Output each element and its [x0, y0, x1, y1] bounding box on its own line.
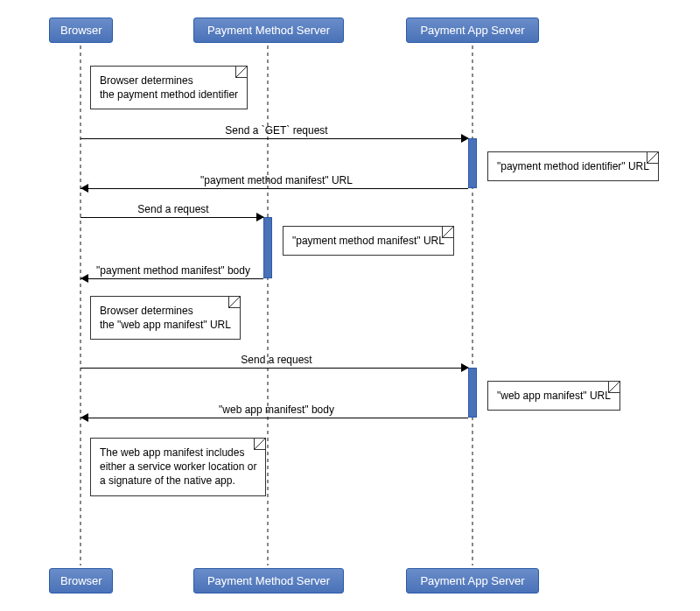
activation-pms-1 — [263, 217, 272, 278]
lifeline-pas — [472, 46, 473, 565]
arrow-icon — [80, 184, 88, 193]
arrow-icon — [461, 134, 469, 143]
participant-pas-top: Payment App Server — [406, 18, 539, 43]
sequence-diagram: Browser Payment Method Server Payment Ap… — [0, 0, 700, 611]
label: Payment App Server — [420, 574, 524, 587]
participant-browser-top: Browser — [49, 18, 113, 43]
note-webapp-url: "web app manifest" URL — [487, 381, 620, 411]
note-text: "payment method manifest" URL — [292, 235, 444, 247]
message-manifest-url: "payment method manifest" URL — [200, 174, 353, 186]
message-send-request-1: Send a request — [137, 203, 208, 215]
arrow-icon — [80, 274, 88, 283]
message-line — [80, 368, 468, 369]
participant-pms-top: Payment Method Server — [193, 18, 344, 43]
label: Payment Method Server — [207, 574, 330, 587]
label: Browser — [60, 574, 102, 587]
arrow-icon — [256, 213, 264, 221]
message-manifest-body: "payment method manifest" body — [96, 264, 250, 277]
message-line — [80, 217, 263, 218]
participant-pms-bottom: Payment Method Server — [193, 568, 344, 593]
note-line: a signature of the native app. — [100, 474, 256, 488]
note-line: the payment method identifier — [100, 88, 238, 102]
label: Payment App Server — [420, 24, 524, 37]
arrow-icon — [461, 363, 469, 372]
message-get-request: Send a `GET` request — [225, 124, 327, 137]
note-line: Browser determines — [100, 304, 231, 318]
note-line: either a service worker location or — [100, 460, 256, 474]
message-line — [80, 418, 468, 418]
participant-browser-bottom: Browser — [49, 568, 113, 593]
note-manifest-url: "payment method manifest" URL — [283, 226, 454, 256]
message-line — [80, 138, 468, 139]
label: Payment Method Server — [207, 24, 330, 37]
arrow-icon — [80, 413, 88, 422]
note-determine-webapp: Browser determines the "web app manifest… — [90, 296, 241, 340]
message-send-request-2: Send a request — [241, 354, 312, 366]
note-text: "payment method identifier" URL — [497, 160, 649, 172]
note-line: the "web app manifest" URL — [100, 318, 231, 332]
message-line — [80, 188, 468, 189]
label: Browser — [60, 24, 102, 37]
note-line: Browser determines — [100, 74, 238, 88]
note-determine-identifier: Browser determines the payment method id… — [90, 66, 248, 109]
lifeline-browser — [80, 46, 81, 565]
participant-pas-bottom: Payment App Server — [406, 568, 539, 593]
activation-pas-2 — [468, 368, 477, 418]
note-identifier-url: "payment method identifier" URL — [487, 151, 659, 181]
message-webapp-body: "web app manifest" body — [219, 404, 334, 416]
activation-pas-1 — [468, 138, 477, 188]
message-line — [80, 278, 263, 279]
note-webapp-includes: The web app manifest includes either a s… — [90, 438, 266, 496]
note-text: "web app manifest" URL — [497, 390, 611, 402]
note-line: The web app manifest includes — [100, 446, 256, 460]
